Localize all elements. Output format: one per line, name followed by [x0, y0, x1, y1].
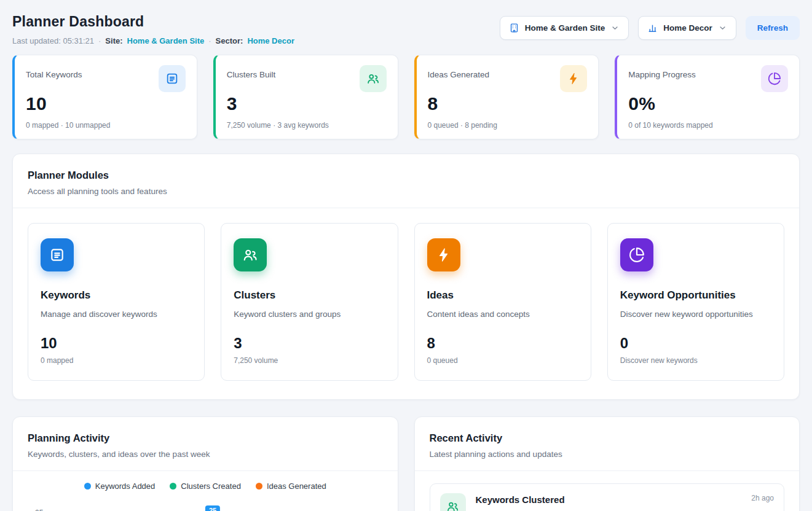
module-value: 10: [41, 335, 192, 352]
stat-card-clusters-built: Clusters Built 3 7,250 volume · 3 avg ke…: [213, 55, 398, 139]
stat-card-ideas-generated: Ideas Generated 8 0 queued · 8 pending: [414, 55, 599, 139]
modules-title: Planner Modules: [28, 170, 784, 181]
module-detail: 7,250 volume: [234, 356, 385, 365]
stat-label: Total Keywords: [26, 65, 82, 79]
activity-item-keywords-clustered: Keywords Clustered 3 new clusters create…: [430, 483, 785, 511]
sector-label: Sector:: [216, 36, 243, 45]
legend-item-keywords-added: Keywords Added: [84, 482, 156, 491]
list-icon: [159, 65, 186, 92]
module-card-keywords[interactable]: Keywords Manage and discover keywords 10…: [28, 223, 205, 381]
modules-header: Planner Modules Access all planning tool…: [13, 154, 799, 208]
module-detail: Discover new keywords: [620, 356, 771, 365]
chevron-down-icon: [610, 23, 620, 33]
y-axis-tick: 25: [35, 509, 43, 511]
stat-detail: 0 of 10 keywords mapped: [628, 121, 788, 130]
pie-chart-icon: [761, 65, 788, 92]
stat-value: 10: [26, 93, 186, 114]
planning-activity-panel: Planning Activity Keywords, clusters, an…: [12, 416, 398, 511]
module-description: Content ideas and concepts: [427, 310, 578, 319]
module-card-ideas[interactable]: Ideas Content ideas and concepts 8 0 que…: [414, 223, 591, 381]
topbar-left: Planner Dashboard Last updated: 05:31:21…: [12, 14, 294, 45]
activity-item-text: Keywords Clustered 3 new clusters create…: [476, 493, 565, 511]
module-description: Manage and discover keywords: [41, 310, 192, 319]
stat-detail: 7,250 volume · 3 avg keywords: [227, 121, 387, 130]
modules-grid: Keywords Manage and discover keywords 10…: [13, 208, 799, 381]
module-detail: 0 mapped: [41, 356, 192, 365]
recent-activity-header: Recent Activity Latest planning actions …: [415, 417, 800, 470]
sector-link[interactable]: Home Decor: [247, 36, 294, 45]
modules-subtitle: Access all planning tools and features: [28, 187, 784, 196]
planning-activity-subtitle: Keywords, clusters, and ideas over the p…: [28, 450, 383, 459]
bolt-icon: [427, 238, 460, 271]
module-title: Ideas: [427, 289, 578, 302]
module-value: 3: [234, 335, 385, 352]
site-label: Site:: [105, 36, 122, 45]
site-selector-dropdown[interactable]: Home & Garden Site: [500, 16, 629, 40]
module-description: Discover new keyword opportunities: [620, 310, 771, 319]
legend-item-ideas-generated: Ideas Generated: [256, 482, 326, 491]
building-icon: [509, 23, 519, 33]
last-updated-text: Last updated: 05:31:21: [12, 36, 94, 45]
site-selector-value: Home & Garden Site: [525, 23, 605, 33]
meta-separator: ·: [98, 36, 101, 45]
site-link[interactable]: Home & Garden Site: [127, 36, 205, 45]
module-description: Keyword clusters and groups: [234, 310, 385, 319]
blue-dot-icon: [84, 483, 91, 490]
area-chart-plot: 25 25 24: [28, 501, 383, 511]
recent-activity-panel: Recent Activity Latest planning actions …: [414, 416, 800, 511]
users-icon: [360, 65, 387, 92]
topbar-controls: Home & Garden Site Home Decor Refresh: [500, 16, 800, 40]
planning-activity-header: Planning Activity Keywords, clusters, an…: [13, 417, 398, 470]
stat-label: Clusters Built: [227, 65, 276, 79]
stat-detail: 0 queued · 8 pending: [428, 121, 588, 130]
meta-separator: ·: [208, 36, 211, 45]
pie-chart-icon: [620, 238, 653, 271]
stat-value: 0%: [628, 93, 788, 114]
planner-modules-section: Planner Modules Access all planning tool…: [12, 154, 800, 400]
module-card-keyword-opportunities[interactable]: Keyword Opportunities Discover new keywo…: [607, 223, 784, 381]
stat-label: Mapping Progress: [628, 65, 696, 79]
planning-activity-chart: Keywords Added Clusters Created Ideas Ge…: [13, 471, 398, 511]
list-icon: [41, 238, 74, 271]
activity-item-timestamp: 2h ago: [751, 494, 774, 502]
module-value: 0: [620, 335, 771, 352]
legend-item-clusters-created: Clusters Created: [170, 482, 241, 491]
topbar: Planner Dashboard Last updated: 05:31:21…: [0, 0, 812, 45]
recent-activity-list: Keywords Clustered 3 new clusters create…: [415, 471, 800, 511]
recent-activity-subtitle: Latest planning actions and updates: [430, 450, 785, 459]
module-value: 8: [427, 335, 578, 352]
bolt-icon: [560, 65, 587, 92]
stat-card-total-keywords: Total Keywords 10 0 mapped · 10 unmapped: [12, 55, 197, 139]
stat-value: 8: [428, 93, 588, 114]
chevron-down-icon: [718, 23, 727, 33]
stats-row: Total Keywords 10 0 mapped · 10 unmapped…: [0, 55, 812, 139]
planner-dashboard-page: Planner Dashboard Last updated: 05:31:21…: [0, 0, 812, 511]
bottom-row: Planning Activity Keywords, clusters, an…: [0, 416, 812, 511]
stat-detail: 0 mapped · 10 unmapped: [26, 121, 186, 130]
users-icon: [234, 238, 267, 271]
orange-dot-icon: [256, 483, 262, 490]
module-detail: 0 queued: [427, 356, 578, 365]
legend-label: Clusters Created: [181, 482, 241, 491]
recent-activity-title: Recent Activity: [430, 432, 785, 444]
refresh-button[interactable]: Refresh: [746, 16, 800, 40]
page-title: Planner Dashboard: [12, 14, 294, 30]
users-icon: [440, 493, 466, 511]
chart-legend: Keywords Added Clusters Created Ideas Ge…: [28, 482, 383, 491]
sector-selector-dropdown[interactable]: Home Decor: [638, 16, 736, 40]
module-title: Keywords: [41, 289, 192, 302]
data-point-label: 25: [205, 505, 220, 511]
legend-label: Ideas Generated: [267, 482, 326, 491]
module-card-clusters[interactable]: Clusters Keyword clusters and groups 3 7…: [221, 223, 398, 381]
planning-activity-title: Planning Activity: [28, 432, 383, 444]
bar-chart-icon: [647, 23, 658, 33]
stat-value: 3: [227, 93, 387, 114]
stat-card-mapping-progress: Mapping Progress 0% 0 of 10 keywords map…: [615, 55, 800, 139]
activity-item-title: Keywords Clustered: [476, 494, 565, 505]
legend-label: Keywords Added: [95, 482, 156, 491]
sector-selector-value: Home Decor: [663, 23, 712, 33]
module-title: Keyword Opportunities: [620, 289, 771, 302]
stat-label: Ideas Generated: [428, 65, 490, 79]
meta-row: Last updated: 05:31:21 · Site: Home & Ga…: [12, 36, 294, 45]
green-dot-icon: [170, 483, 176, 490]
